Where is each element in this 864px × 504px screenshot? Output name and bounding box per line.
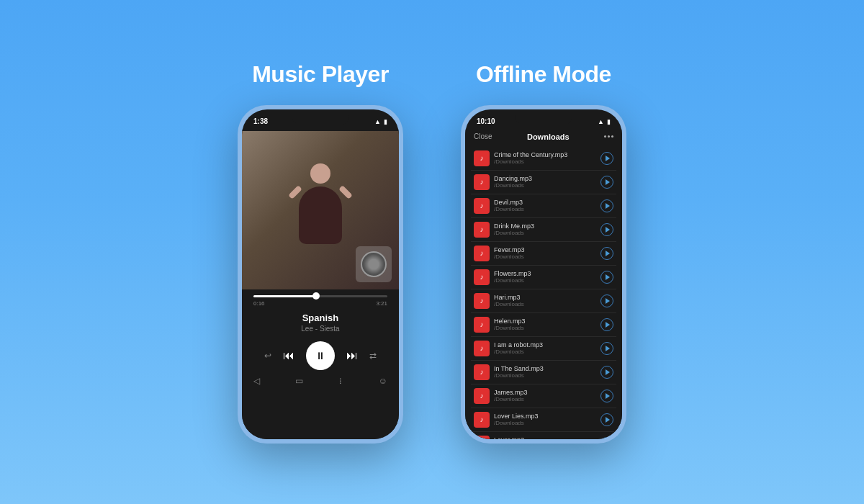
download-info: James.mp3 /Downloads <box>494 389 528 402</box>
filename: Hari.mp3 <box>494 294 524 301</box>
downloads-screen: Close Downloads ♪ Crime of the Century.m… <box>465 130 622 439</box>
music-player-phone: 1:38 ▲ ▮ <box>238 105 403 444</box>
progress-track[interactable] <box>253 295 387 297</box>
play-button[interactable] <box>600 366 613 379</box>
download-item[interactable]: ♪ James.mp3 /Downloads <box>471 384 616 408</box>
play-button[interactable] <box>600 247 613 260</box>
play-pause-button[interactable]: ⏸ <box>306 341 335 370</box>
dot2 <box>608 135 610 138</box>
filepath: /Downloads <box>494 348 543 355</box>
dot3 <box>611 135 613 138</box>
player-controls: ↩ ⏮ ⏸ ⏭ ⇄ <box>242 336 399 373</box>
play-button[interactable] <box>600 342 613 355</box>
music-player-screen: 1:38 ▲ ▮ <box>242 109 399 439</box>
filepath: /Downloads <box>494 182 532 189</box>
album-art <box>242 131 399 289</box>
right-panel-title: Offline Mode <box>476 61 611 88</box>
cast-icon[interactable]: ▭ <box>295 376 303 386</box>
progress-times: 0:16 3:21 <box>253 300 387 307</box>
album-art-container <box>242 131 399 289</box>
play-button[interactable] <box>600 437 613 439</box>
music-file-icon: ♪ <box>474 269 490 285</box>
wifi-icon: ▲ <box>374 118 381 125</box>
music-file-icon: ♪ <box>474 436 490 439</box>
download-item-left: ♪ Lover Lies.mp3 /Downloads <box>474 412 539 428</box>
download-item[interactable]: ♪ Devil.mp3 /Downloads <box>471 194 616 218</box>
right-panel: Offline Mode 10:10 ▲ ▮ Close Downloads <box>461 61 626 444</box>
download-item[interactable]: ♪ In The Sand.mp3 /Downloads <box>471 361 616 384</box>
shuffle-button[interactable]: ⇄ <box>369 351 377 361</box>
download-item[interactable]: ♪ Lover.mp3 /Downloads <box>471 432 616 439</box>
next-button[interactable]: ⏭ <box>346 349 358 362</box>
phone-notch-right <box>515 109 572 125</box>
download-item-left: ♪ Fever.mp3 /Downloads <box>474 246 525 261</box>
filename: Flowers.mp3 <box>494 270 531 277</box>
download-item[interactable]: ♪ Crime of the Century.mp3 /Downloads <box>471 147 616 171</box>
play-button[interactable] <box>600 223 613 236</box>
music-file-icon: ♪ <box>474 222 490 238</box>
left-panel-title: Music Player <box>252 61 389 88</box>
download-item-left: ♪ Flowers.mp3 /Downloads <box>474 269 531 285</box>
filepath: /Downloads <box>494 158 567 165</box>
download-item[interactable]: ♪ Drink Me.mp3 /Downloads <box>471 218 616 242</box>
download-info: Fever.mp3 /Downloads <box>494 246 525 260</box>
dot1 <box>604 135 606 138</box>
status-time-right: 10:10 <box>477 117 495 125</box>
download-item[interactable]: ♪ I am a robot.mp3 /Downloads <box>471 337 616 361</box>
downloads-title: Downloads <box>527 132 570 141</box>
progress-thumb[interactable] <box>312 292 320 300</box>
music-file-icon: ♪ <box>474 364 490 380</box>
filename: Drink Me.mp3 <box>494 222 534 230</box>
play-button[interactable] <box>600 390 613 402</box>
equalizer-icon[interactable]: ⫶ <box>338 376 343 386</box>
download-item[interactable]: ♪ Dancing.mp3 /Downloads <box>471 171 616 194</box>
filepath: /Downloads <box>494 372 544 379</box>
filepath: /Downloads <box>494 230 534 236</box>
play-button[interactable] <box>600 271 613 284</box>
download-info: Helen.mp3 /Downloads <box>494 318 526 331</box>
player-bottom: ◁ ▭ ⫶ ☺ <box>242 373 399 389</box>
filename: Fever.mp3 <box>494 246 525 253</box>
filename: James.mp3 <box>494 389 528 396</box>
repeat-button[interactable]: ↩ <box>264 351 271 361</box>
arm-right <box>338 185 353 199</box>
play-button[interactable] <box>600 199 613 212</box>
album-overlay <box>356 246 392 282</box>
person-arms <box>288 181 353 203</box>
filename: I am a robot.mp3 <box>494 341 543 348</box>
download-info: Drink Me.mp3 /Downloads <box>494 222 534 236</box>
download-item-left: ♪ Devil.mp3 /Downloads <box>474 198 524 214</box>
download-info: Lover Lies.mp3 /Downloads <box>494 413 539 426</box>
download-item-left: ♪ Hari.mp3 /Downloads <box>474 293 524 309</box>
status-icons-left: ▲ ▮ <box>374 118 387 125</box>
progress-area[interactable]: 0:16 3:21 <box>242 289 399 310</box>
smiley-icon[interactable]: ☺ <box>379 376 387 386</box>
play-button[interactable] <box>600 318 613 331</box>
status-time-left: 1:38 <box>253 117 268 125</box>
filepath: /Downloads <box>494 206 524 212</box>
speaker-icon[interactable]: ◁ <box>253 376 260 386</box>
download-item[interactable]: ♪ Fever.mp3 /Downloads <box>471 242 616 266</box>
progress-total: 3:21 <box>376 300 387 307</box>
progress-current: 0:16 <box>253 300 265 307</box>
arm-left <box>288 185 302 199</box>
download-item[interactable]: ♪ Flowers.mp3 /Downloads <box>471 266 616 289</box>
prev-button[interactable]: ⏮ <box>283 349 294 362</box>
play-button[interactable] <box>600 413 613 426</box>
download-item-left: ♪ Helen.mp3 /Downloads <box>474 317 526 333</box>
person-head <box>310 163 330 184</box>
download-item-left: ♪ James.mp3 /Downloads <box>474 388 528 404</box>
music-file-icon: ♪ <box>474 293 490 309</box>
track-artist: Lee - Siesta <box>253 325 387 333</box>
download-item[interactable]: ♪ Helen.mp3 /Downloads <box>471 313 616 337</box>
play-button[interactable] <box>600 294 613 307</box>
panels-container: Music Player 1:38 ▲ ▮ <box>0 47 864 458</box>
close-button[interactable]: Close <box>474 132 492 140</box>
more-options-button[interactable] <box>604 135 613 138</box>
download-item[interactable]: ♪ Hari.mp3 /Downloads <box>471 289 616 313</box>
music-file-icon: ♪ <box>474 198 490 214</box>
play-button[interactable] <box>600 152 613 165</box>
filename: Lover Lies.mp3 <box>494 413 539 420</box>
play-button[interactable] <box>600 176 613 189</box>
download-item[interactable]: ♪ Lover Lies.mp3 /Downloads <box>471 408 616 432</box>
